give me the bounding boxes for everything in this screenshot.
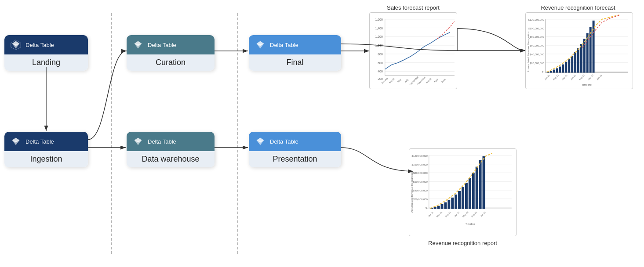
svg-text:1,200: 1,200 <box>375 35 383 38</box>
svg-rect-57 <box>550 71 552 72</box>
svg-rect-105 <box>458 191 461 209</box>
svg-text:Accumulated Revenue Recognitio: Accumulated Revenue Recognition <box>411 172 413 213</box>
svg-text:Sep-21: Sep-21 <box>561 74 568 81</box>
svg-text:May-21: May-21 <box>553 74 559 80</box>
svg-text:$40,000,000: $40,000,000 <box>530 53 545 56</box>
svg-marker-10 <box>257 43 264 48</box>
svg-text:Jan-22: Jan-22 <box>454 211 460 217</box>
sales-forecast-svg: 1,600 1,400 1,200 1,000 800 600 400 200 … <box>370 13 457 89</box>
revenue-report-svg: Accumulated Revenue Recognition $120,000… <box>409 149 516 236</box>
svg-text:March: March <box>389 77 395 84</box>
svg-text:$80,000,000: $80,000,000 <box>530 36 545 38</box>
svg-text:$-: $- <box>426 207 428 209</box>
datawarehouse-body-label: Data warehouse <box>127 151 215 167</box>
svg-rect-62 <box>565 62 567 73</box>
svg-rect-104 <box>455 195 457 209</box>
svg-rect-59 <box>556 69 558 73</box>
svg-rect-112 <box>483 156 485 209</box>
svg-rect-100 <box>441 204 444 209</box>
svg-rect-110 <box>476 167 478 209</box>
svg-text:1,600: 1,600 <box>375 18 383 21</box>
databricks-icon-datawarehouse <box>132 135 144 148</box>
svg-text:1,000: 1,000 <box>375 44 383 47</box>
svg-text:$120,000,000: $120,000,000 <box>411 155 428 157</box>
svg-rect-107 <box>465 183 468 209</box>
node-landing: Delta Table Landing <box>4 35 88 71</box>
svg-text:$100,000,000: $100,000,000 <box>411 163 428 166</box>
svg-text:May: May <box>397 78 402 83</box>
svg-rect-67 <box>580 44 582 72</box>
svg-rect-58 <box>553 70 555 73</box>
curation-body-label: Curation <box>127 54 215 71</box>
svg-text:$-: $- <box>542 70 544 73</box>
databricks-icon-final <box>254 39 266 51</box>
svg-text:Sep-22: Sep-22 <box>471 211 477 218</box>
svg-text:May-21: May-21 <box>436 211 443 218</box>
revenue-forecast-chart: Accumulated Revenue Recognition $120,000… <box>525 12 633 89</box>
svg-rect-63 <box>568 59 570 73</box>
final-header-label: Delta Table <box>270 42 298 48</box>
final-body-label: Final <box>249 54 341 71</box>
svg-rect-65 <box>574 52 576 72</box>
svg-text:May-22: May-22 <box>579 74 585 80</box>
svg-text:Sep-22: Sep-22 <box>587 74 594 81</box>
svg-rect-66 <box>577 48 579 72</box>
svg-text:Jan-22: Jan-22 <box>570 74 576 80</box>
svg-text:July: July <box>404 78 409 83</box>
svg-text:Jan-21: Jan-21 <box>428 211 434 217</box>
svg-text:Sep-21: Sep-21 <box>445 211 451 218</box>
node-presentation: Delta Table Presentation <box>249 132 341 167</box>
diagram-container: Delta Table Landing Delta Table Ingestio… <box>0 0 644 267</box>
svg-text:600: 600 <box>378 61 383 65</box>
svg-rect-108 <box>469 178 471 209</box>
svg-text:$120,000,000: $120,000,000 <box>528 18 545 21</box>
presentation-header-label: Delta Table <box>270 138 298 145</box>
presentation-body-label: Presentation <box>249 151 341 167</box>
node-datawarehouse: Delta Table Data warehouse <box>127 132 215 167</box>
svg-text:400: 400 <box>378 70 383 73</box>
databricks-icon-landing <box>10 39 22 51</box>
revenue-report-chart: Accumulated Revenue Recognition $120,000… <box>409 148 517 236</box>
ingestion-body-label: Ingestion <box>4 151 88 167</box>
svg-text:Jan-23: Jan-23 <box>596 74 602 80</box>
revenue-forecast-title: Revenue recognition forecast <box>528 4 629 11</box>
svg-text:1,400: 1,400 <box>375 27 383 30</box>
databricks-icon-ingestion <box>10 135 22 148</box>
svg-rect-71 <box>593 21 595 73</box>
svg-marker-2 <box>12 43 20 48</box>
svg-rect-106 <box>462 187 464 209</box>
datawarehouse-header-label: Delta Table <box>148 138 176 145</box>
svg-rect-103 <box>451 198 454 209</box>
svg-marker-6 <box>135 43 142 48</box>
svg-rect-99 <box>437 206 440 209</box>
databricks-icon-presentation <box>254 135 266 148</box>
node-curation: Delta Table Curation <box>127 35 215 71</box>
svg-text:Jan-21: Jan-21 <box>544 74 550 80</box>
svg-rect-61 <box>562 65 564 73</box>
revenue-forecast-svg: Accumulated Revenue Recognition $120,000… <box>526 13 633 89</box>
svg-text:$20,000,000: $20,000,000 <box>530 62 545 65</box>
svg-rect-98 <box>434 207 437 209</box>
landing-header-label: Delta Table <box>25 42 54 48</box>
svg-rect-102 <box>448 200 450 209</box>
curation-header-label: Delta Table <box>148 42 176 48</box>
node-final: Delta Table Final <box>249 35 341 71</box>
svg-marker-8 <box>135 140 142 145</box>
svg-text:Jan-23: Jan-23 <box>480 211 486 217</box>
svg-text:$80,000,000: $80,000,000 <box>413 172 428 174</box>
ingestion-header-label: Delta Table <box>25 138 54 145</box>
sales-forecast-title: Sales forecast report <box>369 4 457 11</box>
svg-rect-109 <box>472 173 475 209</box>
svg-text:$100,000,000: $100,000,000 <box>528 27 545 30</box>
revenue-report-title: Revenue recognition report <box>409 240 517 246</box>
svg-text:May-22: May-22 <box>462 211 469 218</box>
svg-text:$60,000,000: $60,000,000 <box>530 44 545 47</box>
svg-rect-60 <box>559 67 561 73</box>
svg-text:$20,000,000: $20,000,000 <box>413 198 428 201</box>
svg-marker-4 <box>12 140 20 145</box>
databricks-icon-curation <box>132 39 144 51</box>
svg-text:Timeline: Timeline <box>466 223 476 225</box>
svg-text:June: June <box>440 78 446 83</box>
svg-marker-12 <box>257 140 264 145</box>
svg-rect-64 <box>571 56 573 73</box>
